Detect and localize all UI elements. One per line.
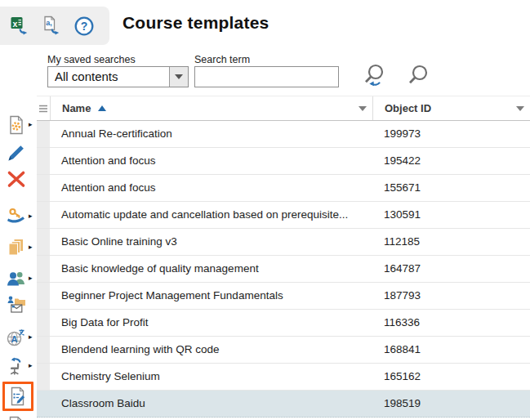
cell-object-id: 187793 — [372, 283, 530, 309]
help-button[interactable]: ? — [73, 15, 96, 38]
page-title: Course templates — [122, 13, 269, 33]
sidebar-copy-button[interactable] — [4, 235, 29, 260]
sidebar-course-template-details-button[interactable] — [2, 382, 33, 411]
sidebar-correspondence-button[interactable] — [4, 293, 29, 317]
cell-object-id: 164787 — [372, 256, 530, 282]
sidebar-new-content-button[interactable] — [4, 113, 29, 137]
table-row[interactable]: Attention and focus 155671 — [37, 175, 530, 202]
correspondence-icon — [6, 294, 27, 315]
table-row[interactable]: Basic knowledge of quality management 16… — [37, 256, 530, 283]
svg-text:A: A — [11, 334, 18, 344]
edit-pencil-icon — [6, 142, 27, 163]
sidebar: ▸ ▸ ▸ ▸ — [0, 49, 37, 420]
participants-users-icon — [6, 268, 27, 289]
sidebar-delete-button[interactable] — [4, 167, 29, 191]
translations-flyout-arrow[interactable]: ▸ — [29, 332, 33, 342]
topbar: x a, ? — [0, 7, 109, 45]
row-gutter — [37, 148, 50, 174]
cell-object-id: 130591 — [372, 202, 530, 228]
table-row[interactable]: Attention and focus 195422 — [37, 148, 530, 175]
table-row[interactable]: Beginner Project Management Fundamentals… — [37, 283, 530, 310]
menu-lines-icon — [38, 104, 48, 114]
copy-icon — [6, 237, 27, 258]
cell-object-id: 195422 — [372, 148, 530, 174]
row-gutter — [37, 121, 50, 147]
search-term-label: Search term — [194, 54, 250, 65]
cell-name: Basic Online training v3 — [50, 229, 372, 255]
table-header: Name Object ID — [37, 96, 530, 121]
delete-x-icon — [6, 168, 27, 190]
svg-text:?: ? — [81, 20, 88, 33]
table-row[interactable]: Chemistry Selenium 165162 — [37, 364, 530, 391]
cancellation-flyout-arrow[interactable]: ▸ — [29, 360, 33, 370]
row-gutter — [37, 202, 50, 228]
cell-name: Attention and focus — [50, 148, 372, 174]
search-reset-button[interactable] — [359, 60, 390, 92]
cell-name: Blendend learning with QR code — [50, 337, 372, 363]
svg-text:a,: a, — [46, 18, 52, 26]
row-gutter — [37, 391, 50, 417]
saved-searches-label: My saved searches — [47, 54, 136, 65]
search-reset-icon — [359, 60, 390, 92]
cell-name: Beginner Project Management Fundamentals — [50, 283, 372, 309]
new-content-icon — [6, 114, 27, 136]
saved-searches-dropdown-button[interactable] — [169, 67, 188, 87]
cell-name: Big Data for Profit — [50, 310, 372, 336]
cell-name: Attention and focus — [50, 175, 372, 201]
table-row[interactable]: Big Data for Profit 116336 — [37, 310, 530, 337]
saved-searches-dropdown[interactable]: All contents — [47, 66, 189, 87]
permissions-hand-key-icon — [6, 206, 27, 227]
export-excel-button[interactable]: x — [9, 15, 32, 38]
search-term-input[interactable] — [194, 66, 339, 87]
sidebar-export-document-button[interactable] — [4, 413, 29, 420]
object-id-filter-button[interactable] — [516, 106, 524, 111]
export-document-icon — [6, 415, 27, 420]
row-gutter — [37, 364, 50, 390]
chevron-down-icon — [175, 74, 183, 79]
row-gutter — [37, 256, 50, 282]
column-name-label: Name — [62, 102, 91, 114]
search-button[interactable] — [403, 60, 434, 92]
table-row[interactable]: Annual Re-certification 199973 — [37, 121, 530, 148]
saved-searches-value: All contents — [48, 67, 169, 87]
cell-name: Automatic update and cancellation based … — [50, 202, 372, 228]
name-filter-button[interactable] — [359, 106, 367, 111]
row-handle-header[interactable] — [37, 96, 51, 120]
cell-object-id: 198519 — [372, 391, 530, 417]
export-text-icon: a, — [41, 15, 64, 38]
row-gutter — [37, 283, 50, 309]
export-text-button[interactable]: a, — [41, 15, 64, 38]
cell-object-id: 116336 — [372, 310, 530, 336]
copy-flyout-arrow[interactable]: ▸ — [29, 242, 33, 252]
sidebar-cancellation-button[interactable] — [4, 354, 29, 378]
cell-object-id: 168841 — [372, 337, 530, 363]
help-icon: ? — [73, 15, 96, 38]
table-row-selected[interactable]: Classroom Baidu 198519 — [37, 391, 530, 418]
cell-object-id: 155671 — [372, 175, 530, 201]
column-header-object-id[interactable]: Object ID — [373, 96, 530, 120]
permissions-flyout-arrow[interactable]: ▸ — [29, 211, 33, 221]
cancellation-chair-icon — [6, 355, 27, 377]
cell-name: Basic knowledge of quality management — [50, 256, 372, 282]
participants-flyout-arrow[interactable]: ▸ — [29, 273, 33, 283]
table-body: Annual Re-certification 199973 Attention… — [37, 121, 530, 418]
sidebar-translations-button[interactable]: A — [4, 325, 29, 350]
sort-ascending-icon — [98, 105, 106, 111]
sidebar-participants-button[interactable] — [4, 266, 29, 291]
cell-name: Classroom Baidu — [50, 391, 372, 417]
course-template-details-icon — [7, 386, 29, 407]
table-row[interactable]: Automatic update and cancellation based … — [37, 202, 530, 229]
table-row[interactable]: Blendend learning with QR code 168841 — [37, 337, 530, 364]
sidebar-permissions-button[interactable] — [4, 204, 29, 229]
cell-object-id: 112185 — [372, 229, 530, 255]
translations-globe-icon: A — [6, 327, 27, 348]
column-object-id-label: Object ID — [385, 102, 431, 114]
sidebar-edit-button[interactable] — [4, 141, 29, 165]
export-excel-icon: x — [9, 15, 32, 38]
table-row[interactable]: Basic Online training v3 112185 — [37, 229, 530, 256]
row-gutter — [37, 229, 50, 255]
new-content-flyout-arrow[interactable]: ▸ — [29, 119, 33, 129]
column-header-name[interactable]: Name — [51, 96, 373, 120]
svg-text:x: x — [13, 18, 18, 28]
row-gutter — [37, 175, 50, 201]
